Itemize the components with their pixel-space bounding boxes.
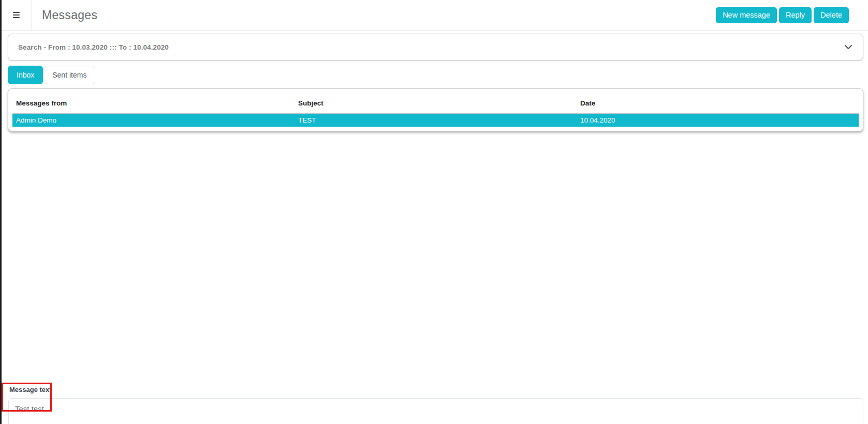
messages-table: Messages from Subject Date Admin Demo TE… (12, 93, 859, 127)
cell-messages-from: Admin Demo (12, 113, 295, 127)
topbar-actions: New message Reply Delete (716, 7, 849, 23)
messages-table-panel: Messages from Subject Date Admin Demo TE… (8, 88, 863, 131)
column-header-date[interactable]: Date (577, 93, 859, 113)
menu-toggle-button[interactable] (2, 0, 32, 30)
search-accordion[interactable]: Search - From : 10.03.2020 ::: To : 10.0… (8, 34, 863, 60)
tab-inbox[interactable]: Inbox (8, 66, 43, 84)
collapsed-sidebar-edge (0, 0, 2, 424)
message-preview-section: Message text Test test (8, 386, 863, 424)
search-summary-text: Search - From : 10.03.2020 ::: To : 10.0… (18, 43, 169, 51)
reply-button[interactable]: Reply (779, 7, 812, 23)
tab-sent-items[interactable]: Sent items (43, 66, 95, 84)
table-header-row: Messages from Subject Date (12, 93, 859, 113)
cell-subject: TEST (295, 113, 577, 127)
mailbox-tabs: Inbox Sent items (8, 66, 868, 84)
new-message-button[interactable]: New message (716, 7, 777, 23)
column-header-subject[interactable]: Subject (295, 93, 577, 113)
topbar: Messages New message Reply Delete (0, 0, 868, 31)
page-title: Messages (42, 8, 97, 22)
message-body-text: Test test (15, 404, 44, 413)
delete-button[interactable]: Delete (814, 7, 849, 23)
message-text-label: Message text (9, 386, 863, 393)
cell-date: 10.04.2020 (577, 113, 859, 127)
hamburger-icon (13, 12, 20, 18)
message-body-box: Test test (8, 398, 863, 424)
message-row-selected[interactable]: Admin Demo TEST 10.04.2020 (12, 113, 859, 127)
chevron-down-icon[interactable] (844, 44, 852, 50)
column-header-messages-from[interactable]: Messages from (12, 93, 295, 113)
